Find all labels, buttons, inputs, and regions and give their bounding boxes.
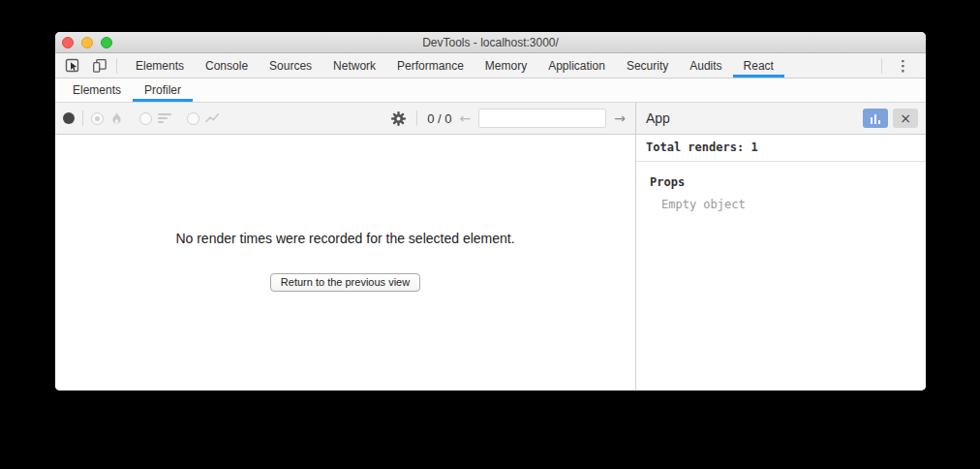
previous-snapshot-icon[interactable]: ←: [460, 110, 472, 126]
props-value: Empty object: [661, 198, 926, 211]
tab-application[interactable]: Application: [537, 53, 616, 78]
interactions-view-option[interactable]: [187, 112, 220, 125]
divider: [416, 110, 417, 126]
total-renders-label: Total renders:: [646, 141, 744, 154]
tab-sources[interactable]: Sources: [259, 53, 322, 78]
flamegraph-view-option[interactable]: [91, 111, 124, 126]
tab-memory[interactable]: Memory: [475, 53, 537, 78]
tab-elements[interactable]: Elements: [125, 53, 195, 78]
total-renders-row: Total renders: 1: [636, 135, 926, 162]
interactions-chart-icon: [205, 112, 220, 124]
tab-performance[interactable]: Performance: [386, 53, 475, 78]
tab-strip-right: ⋮: [873, 53, 926, 78]
gear-icon[interactable]: [390, 110, 407, 127]
devtools-tab-strip: Elements Console Sources Network Perform…: [55, 53, 926, 78]
inspect-element-icon[interactable]: [64, 57, 81, 75]
profiler-pane: 0 / 0 ← → No render times were recorded …: [55, 103, 636, 391]
subtab-profiler[interactable]: Profiler: [133, 78, 193, 102]
selected-component-name: App: [646, 110, 863, 126]
titlebar: DevTools - localhost:3000/: [55, 32, 926, 53]
profiler-empty-state: No render times were recorded for the se…: [55, 135, 635, 391]
radio-unselected-icon[interactable]: [187, 112, 199, 125]
divider: [82, 110, 83, 126]
flame-icon: [109, 111, 124, 126]
toolbar-right: 0 / 0 ← →: [390, 109, 628, 128]
tab-console[interactable]: Console: [195, 53, 259, 78]
tab-network[interactable]: Network: [322, 53, 386, 78]
bar-chart-icon: [871, 117, 873, 124]
close-window-button[interactable]: [62, 37, 74, 48]
profiler-main: 0 / 0 ← → No render times were recorded …: [55, 103, 926, 391]
more-options-icon[interactable]: ⋮: [890, 58, 916, 73]
close-icon: ×: [900, 111, 911, 125]
record-icon[interactable]: [63, 112, 75, 124]
divider: [116, 58, 117, 74]
detail-panel-body: Total renders: 1 Props Empty object: [636, 135, 926, 391]
devtools-tool-icons: [55, 53, 108, 78]
traffic-lights: [62, 37, 112, 48]
subtab-elements[interactable]: Elements: [61, 78, 133, 102]
device-toolbar-icon[interactable]: [91, 57, 108, 75]
profiler-toolbar: 0 / 0 ← →: [55, 103, 635, 135]
radio-unselected-icon[interactable]: [139, 112, 152, 125]
next-snapshot-icon[interactable]: →: [614, 110, 626, 126]
props-label: Props: [650, 175, 926, 189]
snapshot-counter: 0 / 0: [427, 111, 451, 126]
react-subtab-strip: Elements Profiler: [55, 78, 926, 103]
devtools-window: DevTools - localhost:3000/ Elements Cons…: [55, 32, 926, 391]
divider: [881, 58, 882, 74]
tab-audits[interactable]: Audits: [679, 53, 732, 78]
window-title: DevTools - localhost:3000/: [55, 36, 926, 49]
view-renders-chart-button[interactable]: [863, 109, 888, 128]
zoom-window-button[interactable]: [101, 37, 112, 48]
ranked-bars-icon: [158, 113, 171, 123]
close-panel-button[interactable]: ×: [893, 109, 918, 128]
return-previous-view-button[interactable]: Return to the previous view: [270, 273, 420, 292]
minimize-window-button[interactable]: [81, 37, 93, 48]
ranked-view-option[interactable]: [139, 112, 171, 125]
radio-selected-icon[interactable]: [91, 112, 104, 125]
search-input[interactable]: [478, 109, 606, 128]
empty-state-message: No render times were recorded for the se…: [175, 231, 514, 246]
tab-security[interactable]: Security: [616, 53, 679, 78]
tab-react[interactable]: React: [733, 53, 784, 78]
detail-panel: App × Total renders: 1 Props Empty objec…: [636, 103, 926, 391]
total-renders-value: 1: [750, 141, 757, 154]
detail-panel-header: App ×: [636, 103, 926, 135]
